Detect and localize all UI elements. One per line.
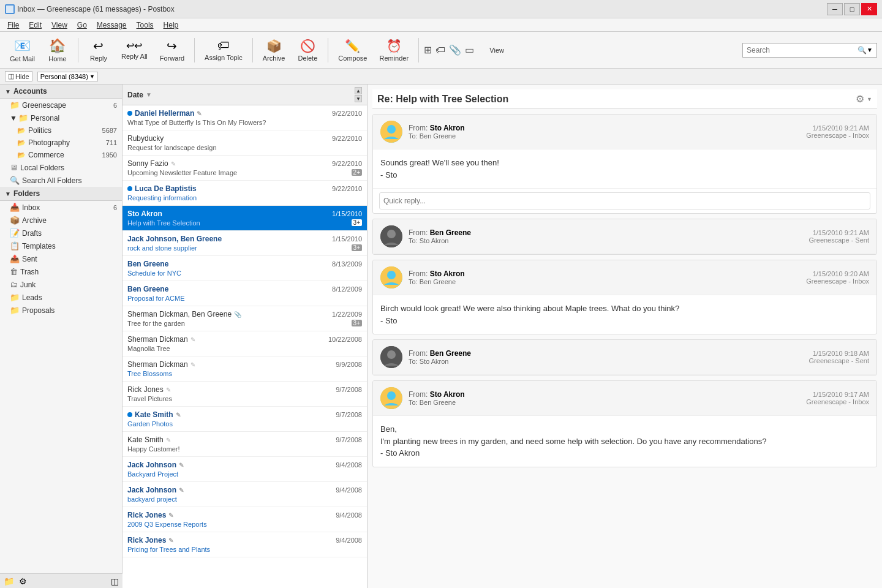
list-scroll-up[interactable]: ▲ (355, 87, 362, 94)
gear-icon[interactable]: ⚙ (856, 93, 864, 105)
sort-label[interactable]: Date (127, 91, 143, 99)
gear-dropdown[interactable]: ▼ (867, 96, 872, 102)
search-dropdown-icon[interactable]: ▼ (867, 47, 873, 53)
get-mail-button[interactable]: 📧 Get Mail (5, 34, 40, 66)
menu-edit[interactable]: Edit (24, 20, 47, 31)
msg-preview-3: Upcoming Newsletter Feature Image (127, 169, 237, 176)
email-meta-4: From: Ben Greene To: Sto Akron (409, 349, 809, 365)
sidebar-item-trash[interactable]: 🗑 Trash (0, 265, 122, 278)
sidebar-item-archive[interactable]: 📦 Archive (0, 214, 122, 227)
email-timestamp-3: 1/15/2010 9:20 AM (806, 270, 869, 277)
quick-reply-input-1[interactable] (379, 192, 870, 209)
sidebar-item-photography[interactable]: 📂 Photography 711 (0, 137, 122, 149)
sort-arrow[interactable]: ▼ (146, 91, 152, 98)
home-button[interactable]: 🏠 Home (42, 34, 73, 66)
menu-view[interactable]: View (47, 20, 72, 31)
to-name-4: Sto Akron (420, 358, 449, 365)
email-time-block-4: 1/15/2010 9:18 AM Greenescape - Sent (809, 350, 869, 364)
sidebar-item-politics[interactable]: 📂 Politics 5687 (0, 124, 122, 137)
sidebar-item-drafts[interactable]: 📝 Drafts (0, 227, 122, 239)
sidebar-bottom-settings[interactable]: ⚙ (19, 576, 27, 586)
message-list-scroll[interactable]: Daniel Hellerman ✎ 9/22/2010 What Type o… (123, 105, 367, 588)
sidebar-item-inbox[interactable]: 📥 Inbox 6 (0, 201, 122, 214)
reply-all-button[interactable]: ↩↩ Reply All (116, 34, 153, 66)
forward-button[interactable]: ↪ Forward (155, 34, 189, 66)
archive-button[interactable]: 📦 Archive (258, 34, 290, 66)
templates-label: Templates (22, 242, 56, 251)
email-header-1: From: Sto Akron To: Ben Greene 1/15/2010… (373, 115, 876, 149)
menu-file[interactable]: File (2, 20, 24, 31)
sidebar-item-templates[interactable]: 📋 Templates (0, 239, 122, 252)
sidebar-item-proposals[interactable]: 📁 Proposals (0, 304, 122, 317)
attach-icon[interactable]: 📎 (449, 44, 461, 56)
msg-date-3: 9/22/2010 (332, 160, 362, 167)
sidebar-bottom-expand[interactable]: ◫ (111, 576, 119, 586)
msg-preview-17: 2009 Q3 Expense Reports (127, 521, 362, 528)
delete-button[interactable]: 🚫 Delete (292, 34, 323, 66)
reminder-button[interactable]: ⏰ Reminder (374, 34, 413, 66)
search-box[interactable]: 🔍 ▼ (742, 43, 877, 58)
message-item-18[interactable]: Rick Jones ✎ 9/4/2008 Pricing for Trees … (123, 532, 367, 557)
message-item-12[interactable]: Rick Jones ✎ 9/7/2008 Travel Pictures (123, 382, 367, 407)
personal-dropdown[interactable]: Personal (8348) ▼ (37, 72, 98, 81)
message-list: Date ▼ ▲ ▼ Daniel Hellerman ✎ 9/22/2010 … (123, 85, 368, 588)
search-input[interactable] (747, 46, 858, 55)
message-item-13[interactable]: Kate Smith ✎ 9/7/2008 Garden Photos (123, 407, 367, 432)
commerce-count: 1950 (102, 151, 117, 159)
sidebar-item-leads[interactable]: 📁 Leads (0, 291, 122, 304)
sent-label: Sent (22, 255, 37, 263)
minimize-button[interactable]: ─ (827, 3, 843, 15)
email-location-2: Greenescape - Sent (809, 236, 869, 244)
message-item-10[interactable]: Sherman Dickman ✎ 10/22/2008 Magnolia Tr… (123, 331, 367, 356)
layout-icon[interactable]: ▭ (465, 44, 474, 56)
msg-sender-18: Rick Jones ✎ (127, 536, 173, 545)
sidebar-item-commerce[interactable]: 📂 Commerce 1950 (0, 149, 122, 161)
avatar-ben-2 (380, 225, 402, 247)
accounts-header[interactable]: ▼ Accounts (0, 85, 122, 99)
message-item-9[interactable]: Sherman Dickman, Ben Greene 📎 1/22/2009 … (123, 306, 367, 331)
hide-button[interactable]: ◫ Hide (5, 71, 32, 81)
maximize-button[interactable]: □ (844, 3, 860, 15)
message-item-15[interactable]: Jack Johnson ✎ 9/4/2008 Backyard Project (123, 457, 367, 482)
list-scroll-down[interactable]: ▼ (355, 95, 362, 102)
message-item-16[interactable]: Jack Johnson ✎ 9/4/2008 backyard project (123, 482, 367, 507)
message-item-4[interactable]: Luca De Baptistis 9/22/2010 Requesting i… (123, 181, 367, 206)
menu-message[interactable]: Message (92, 20, 132, 31)
reply-button[interactable]: ↩ Reply (83, 34, 114, 66)
trash-label: Trash (20, 268, 39, 276)
msg-sender-4: Luca De Baptistis (127, 184, 197, 193)
list-view-icon[interactable]: ⊞ (424, 44, 432, 56)
menu-go[interactable]: Go (72, 20, 92, 31)
close-button[interactable]: ✕ (861, 3, 877, 15)
sidebar-item-search-all[interactable]: 🔍 Search All Folders (0, 174, 122, 187)
sidebar-item-local-folders[interactable]: 🖥 Local Folders (0, 161, 122, 174)
menu-tools[interactable]: Tools (132, 20, 159, 31)
sidebar-item-junk[interactable]: 🗂 Junk (0, 278, 122, 291)
sidebar-item-personal[interactable]: ▼ 📁 Personal (0, 111, 122, 124)
message-item-14[interactable]: Kate Smith ✎ 9/7/2008 Happy Customer! (123, 432, 367, 457)
folders-header[interactable]: ▼ Folders (0, 187, 122, 201)
message-item-11[interactable]: Sherman Dickman ✎ 9/9/2008 Tree Blossoms (123, 356, 367, 382)
quick-reply-1[interactable] (373, 188, 876, 213)
tag-icon[interactable]: 🏷 (435, 45, 445, 56)
email-header-3: From: Sto Akron To: Ben Greene 1/15/2010… (373, 260, 876, 295)
window-controls[interactable]: ─ □ ✕ (827, 3, 877, 15)
message-item-17[interactable]: Rick Jones ✎ 9/4/2008 2009 Q3 Expense Re… (123, 507, 367, 532)
assign-topic-button[interactable]: 🏷 Assign Topic (200, 34, 247, 66)
menu-help[interactable]: Help (159, 20, 184, 31)
message-item-5[interactable]: Sto Akron 1/15/2010 Help with Tree Selec… (123, 206, 367, 231)
sidebar-item-greenescape[interactable]: 📁 Greenescape 6 (0, 99, 122, 111)
message-item-1[interactable]: Daniel Hellerman ✎ 9/22/2010 What Type o… (123, 105, 367, 130)
sidebar-bottom-new-folder[interactable]: 📁 (4, 576, 14, 586)
sidebar-item-sent[interactable]: 📤 Sent (0, 252, 122, 265)
svg-point-4 (387, 230, 396, 238)
view-button[interactable]: View (481, 34, 512, 66)
message-item-8[interactable]: Ben Greene 8/12/2009 Proposal for ACME (123, 281, 367, 306)
message-item-6[interactable]: Jack Johnson, Ben Greene 1/15/2010 rock … (123, 231, 367, 256)
view-icons: ⊞ 🏷 📎 ▭ (424, 44, 474, 56)
compose-button[interactable]: ✏️ Compose (333, 34, 372, 66)
message-item-7[interactable]: Ben Greene 8/13/2009 Schedule for NYC (123, 256, 367, 281)
message-item-2[interactable]: Rubyducky 9/22/2010 Request for landscap… (123, 130, 367, 156)
to-label-2: To: (409, 237, 420, 244)
message-item-3[interactable]: Sonny Fazio ✎ 9/22/2010 Upcoming Newslet… (123, 156, 367, 181)
